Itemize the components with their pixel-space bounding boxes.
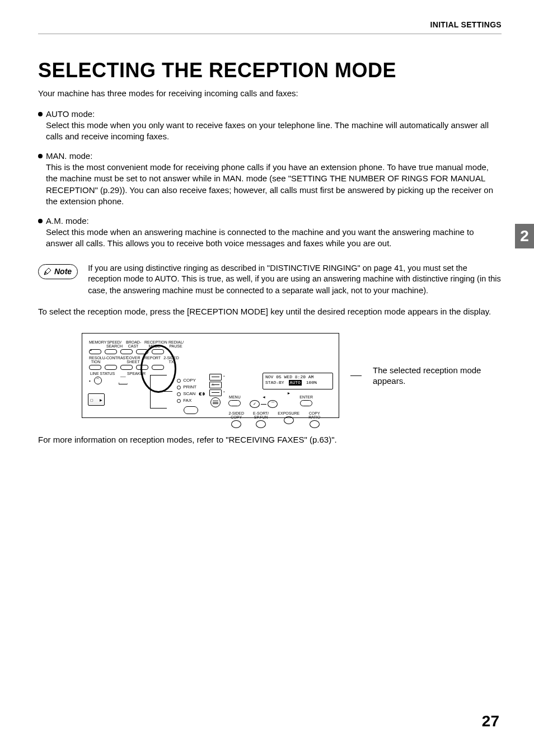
mid-label-row: RESOLU- TION CONTRAST COVER SHEET REPORT… [89, 356, 333, 364]
note-badge: Note [38, 264, 78, 279]
panel-small-button [89, 365, 101, 370]
right-arrow-button: ⌒ [268, 400, 278, 408]
panel-figure-row: MEMORY SPEED/ SEARCH BROAD- CAST RECEPTI… [82, 333, 502, 418]
panel-round-button [310, 420, 320, 428]
speaker-icon [119, 377, 128, 384]
note-text: If you are using distinctive ringing as … [88, 263, 502, 297]
panel-small-button [105, 365, 117, 370]
panel-small-button [136, 365, 148, 370]
more-info-text: For more information on reception modes,… [38, 435, 502, 444]
menu-button-group: MENU [228, 395, 241, 406]
tray-slot-icon: △ [209, 382, 222, 388]
mode-switch-button [184, 406, 198, 414]
mode-title-text: A.M. mode: [46, 216, 89, 226]
mode-title-text: MAN. mode: [46, 151, 92, 161]
bullet-icon [38, 219, 43, 223]
panel-small-button [152, 349, 164, 354]
left-arrow-button: ✓ [250, 400, 260, 408]
radio-icon [177, 399, 181, 403]
menu-button [228, 400, 241, 406]
panel-round-button [256, 420, 266, 428]
panel-small-button [105, 349, 117, 354]
bullet-icon [38, 154, 43, 158]
mode-body-text: This is the most convenient mode for rec… [46, 162, 502, 207]
control-panel-figure: MEMORY SPEED/ SEARCH BROAD- CAST RECEPTI… [82, 333, 339, 418]
section-header-label: INITIAL SETTINGS [38, 20, 502, 29]
panel-small-button [89, 349, 101, 354]
radio-icon [177, 379, 181, 383]
top-buttons-row [89, 349, 333, 354]
page: INITIAL SETTINGS 2 SELECTING THE RECEPTI… [0, 0, 534, 756]
panel-round-button [231, 420, 241, 428]
tray-slot-icon: • [209, 374, 222, 381]
panel-round-button [284, 416, 294, 424]
mode-body-text: Select this mode when an answering machi… [46, 227, 502, 250]
intro-text: Your machine has three modes for receivi… [38, 88, 502, 99]
bullet-icon [38, 112, 43, 116]
mode-body-text: Select this mode when you only want to r… [46, 120, 502, 143]
lcd-mode-indicator: AUTO [289, 380, 302, 386]
paper-tray-cluster: • △ • [209, 374, 222, 407]
online-icon: ◐◗ [199, 391, 205, 397]
page-title: SELECTING THE RECEPTION MODE [38, 59, 502, 82]
modes-list: AUTO mode: Select this mode when you onl… [38, 109, 502, 250]
panel-small-button [136, 349, 148, 354]
mode-auto: AUTO mode: Select this mode when you onl… [38, 109, 502, 143]
reception-mode-key: ▢▶ [88, 393, 105, 406]
panel-small-button [120, 365, 133, 370]
lcd-display: NOV 05 WED 8:20 AM STAD-BY AUTO 100% [263, 373, 333, 389]
mode-am: A.M. mode: Select this mode when an answ… [38, 216, 502, 250]
top-label-row: MEMORY SPEED/ SEARCH BROAD- CAST RECEPTI… [89, 340, 333, 348]
callout-text: The selected reception mode appears. [373, 365, 485, 387]
panel-small-button [120, 349, 133, 354]
line-status-cluster: LINE STATUS SPEAKER • ⌒ ▢▶ [88, 372, 146, 406]
chapter-tab: 2 [515, 224, 534, 248]
panel-small-button [152, 365, 164, 370]
enter-button [300, 400, 312, 406]
tray-select-button [210, 397, 221, 407]
line-status-icon: ⌒ [94, 377, 102, 384]
pencil-icon [43, 267, 52, 276]
select-instruction: To select the reception mode, press the … [38, 306, 502, 317]
radio-icon [177, 386, 181, 389]
page-number: 27 [482, 712, 499, 730]
bracket-icon [150, 375, 167, 408]
mid-buttons-row [89, 365, 333, 370]
tray-slot-icon: • [209, 389, 222, 396]
note-block: Note If you are using distinctive ringin… [38, 263, 502, 297]
mode-man: MAN. mode: This is the most convenient m… [38, 151, 502, 207]
radio-icon [177, 392, 181, 396]
callout-connector-line [350, 375, 362, 376]
enter-button-group: ENTER [299, 395, 313, 406]
header-rule [38, 34, 502, 34]
mode-title-text: AUTO mode: [46, 109, 95, 119]
function-mode-list: COPY PRINT SCAN◐◗ FAX [177, 377, 205, 414]
note-label: Note [54, 267, 72, 276]
